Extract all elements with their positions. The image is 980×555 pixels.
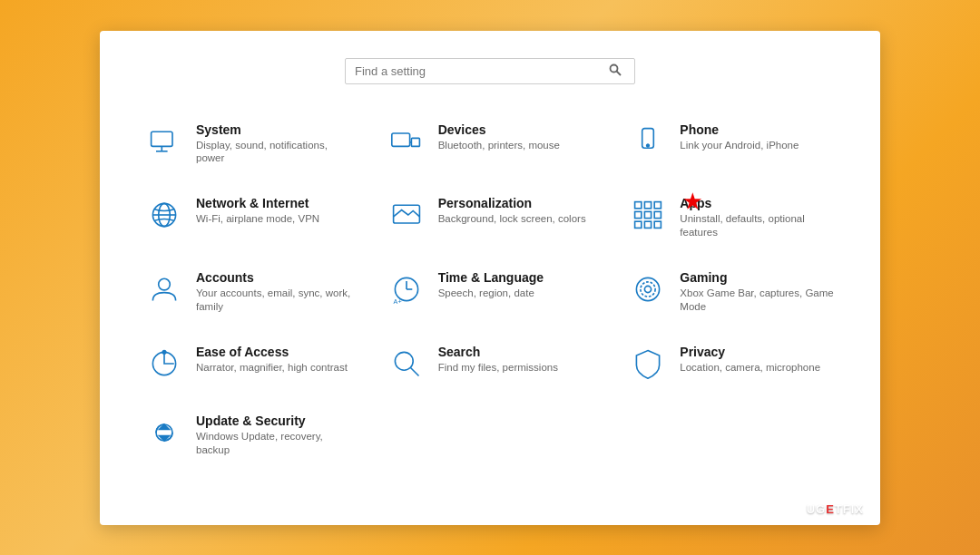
svg-line-1 xyxy=(617,71,622,75)
time-desc: Speech, region, date xyxy=(438,287,544,300)
network-desc: Wi-Fi, airplane mode, VPN xyxy=(196,212,319,226)
search-bar[interactable] xyxy=(345,58,635,84)
update-icon xyxy=(145,414,183,452)
watermark-suffix: TFIX xyxy=(835,502,864,516)
svg-point-0 xyxy=(611,64,618,72)
setting-item-time[interactable]: A+Time & LanguageSpeech, region, date xyxy=(378,259,603,325)
devices-icon xyxy=(387,122,426,161)
setting-item-network[interactable]: Network & InternetWi-Fi, airplane mode, … xyxy=(136,185,360,250)
settings-window: SystemDisplay, sound, notifications, pow… xyxy=(100,31,880,525)
svg-rect-15 xyxy=(645,202,652,209)
svg-rect-17 xyxy=(635,212,642,219)
setting-item-search[interactable]: SearchFind my files, permissions xyxy=(378,334,603,394)
time-text: Time & LanguageSpeech, region, date xyxy=(438,270,544,300)
gaming-text: GamingXbox Game Bar, captures, Game Mode xyxy=(680,270,835,314)
time-title: Time & Language xyxy=(438,270,544,285)
devices-desc: Bluetooth, printers, mouse xyxy=(438,139,560,152)
accounts-text: AccountsYour accounts, email, sync, work… xyxy=(196,270,351,314)
gaming-desc: Xbox Game Bar, captures, Game Mode xyxy=(680,287,835,314)
svg-line-34 xyxy=(410,368,418,376)
gaming-icon xyxy=(629,270,667,308)
network-title: Network & Internet xyxy=(196,196,319,210)
privacy-text: PrivacyLocation, camera, microphone xyxy=(680,345,820,375)
accounts-title: Accounts xyxy=(196,270,351,285)
privacy-title: Privacy xyxy=(680,345,820,359)
setting-item-ease[interactable]: Ease of AccessNarrator, magnifier, high … xyxy=(136,334,360,394)
privacy-icon xyxy=(629,345,667,383)
apps-text: Apps★Uninstall, defaults, optional featu… xyxy=(680,196,835,239)
settings-grid: SystemDisplay, sound, notifications, pow… xyxy=(136,112,844,469)
svg-point-9 xyxy=(647,144,650,147)
gaming-title: Gaming xyxy=(680,270,835,285)
network-text: Network & InternetWi-Fi, airplane mode, … xyxy=(196,196,319,226)
update-title: Update & Security xyxy=(196,414,351,428)
search-desc: Find my files, permissions xyxy=(438,361,558,375)
accounts-desc: Your accounts, email, sync, work, family xyxy=(196,287,351,314)
search-input[interactable] xyxy=(355,64,609,78)
setting-item-gaming[interactable]: GamingXbox Game Bar, captures, Game Mode xyxy=(620,259,844,325)
search-icon xyxy=(387,345,426,383)
ease-icon xyxy=(145,345,183,383)
setting-item-accounts[interactable]: AccountsYour accounts, email, sync, work… xyxy=(136,259,360,325)
svg-rect-19 xyxy=(655,212,662,219)
svg-text:A+: A+ xyxy=(393,297,401,306)
star-badge: ★ xyxy=(683,190,701,214)
svg-point-23 xyxy=(159,279,171,291)
time-icon: A+ xyxy=(387,270,426,308)
svg-rect-22 xyxy=(655,222,662,229)
apps-desc: Uninstall, defaults, optional features xyxy=(680,212,835,239)
setting-item-personalization[interactable]: PersonalizationBackground, lock screen, … xyxy=(378,185,603,250)
accounts-icon xyxy=(145,270,183,308)
svg-rect-21 xyxy=(645,222,652,229)
watermark: UGETFIX xyxy=(807,502,864,516)
svg-rect-20 xyxy=(635,222,642,229)
phone-icon xyxy=(629,122,667,161)
setting-item-update[interactable]: Update & SecurityWindows Update, recover… xyxy=(136,403,360,468)
setting-item-phone[interactable]: PhoneLink your Android, iPhone xyxy=(620,112,844,177)
svg-point-30 xyxy=(645,287,652,293)
ease-desc: Narrator, magnifier, high contrast xyxy=(196,361,348,375)
system-desc: Display, sound, notifications, power xyxy=(196,139,351,166)
apps-title: Apps★ xyxy=(680,196,835,210)
personalization-icon xyxy=(387,196,426,234)
system-icon xyxy=(145,122,183,161)
personalization-title: Personalization xyxy=(438,196,586,210)
privacy-desc: Location, camera, microphone xyxy=(680,361,820,375)
search-icon xyxy=(609,63,622,79)
svg-point-33 xyxy=(395,353,413,371)
devices-title: Devices xyxy=(438,122,560,137)
setting-item-privacy[interactable]: PrivacyLocation, camera, microphone xyxy=(620,334,844,394)
svg-rect-16 xyxy=(655,202,662,209)
setting-item-system[interactable]: SystemDisplay, sound, notifications, pow… xyxy=(136,112,360,177)
watermark-highlight: E xyxy=(826,502,835,516)
svg-rect-6 xyxy=(411,138,419,146)
phone-text: PhoneLink your Android, iPhone xyxy=(680,122,799,152)
phone-desc: Link your Android, iPhone xyxy=(680,139,799,152)
update-text: Update & SecurityWindows Update, recover… xyxy=(196,414,351,457)
phone-title: Phone xyxy=(680,122,799,137)
system-text: SystemDisplay, sound, notifications, pow… xyxy=(196,122,351,166)
watermark-prefix: UG xyxy=(807,502,827,516)
setting-item-apps[interactable]: Apps★Uninstall, defaults, optional featu… xyxy=(620,185,844,250)
devices-text: DevicesBluetooth, printers, mouse xyxy=(438,122,560,152)
svg-rect-18 xyxy=(645,212,652,219)
apps-icon xyxy=(629,196,667,234)
ease-title: Ease of Access xyxy=(196,345,348,359)
system-title: System xyxy=(196,122,351,137)
svg-rect-14 xyxy=(635,202,642,209)
svg-point-32 xyxy=(162,351,166,355)
svg-rect-5 xyxy=(391,133,409,146)
personalization-desc: Background, lock screen, colors xyxy=(438,212,586,226)
search-text: SearchFind my files, permissions xyxy=(438,345,558,375)
svg-rect-2 xyxy=(152,131,172,146)
apps-title-row: Apps★ xyxy=(680,196,835,210)
personalization-text: PersonalizationBackground, lock screen, … xyxy=(438,196,586,226)
update-desc: Windows Update, recovery, backup xyxy=(196,430,351,457)
search-title: Search xyxy=(438,345,558,359)
setting-item-devices[interactable]: DevicesBluetooth, printers, mouse xyxy=(378,112,603,177)
svg-point-29 xyxy=(641,282,655,297)
ease-text: Ease of AccessNarrator, magnifier, high … xyxy=(196,345,348,375)
network-icon xyxy=(145,196,183,234)
